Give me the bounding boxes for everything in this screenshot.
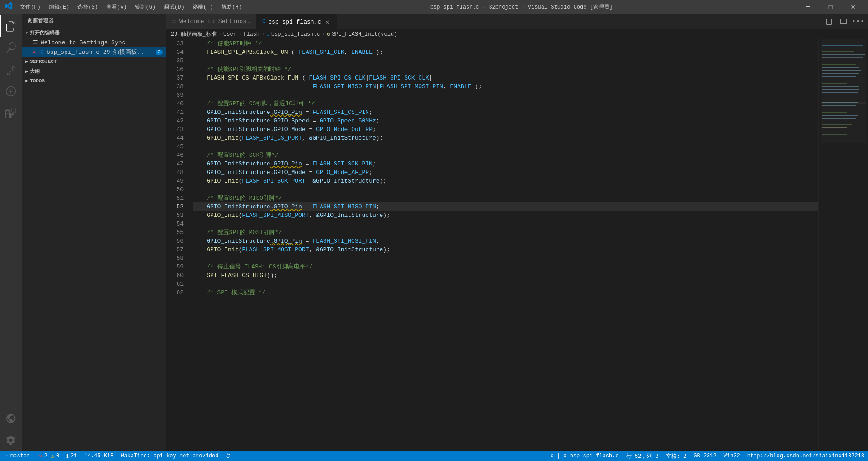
tab-welcome[interactable]: ☰ Welcome to Settings Sync xyxy=(166,14,257,29)
minimap[interactable] xyxy=(818,39,868,451)
menu-terminal[interactable]: 终端(T) xyxy=(189,2,217,12)
activity-debug[interactable] xyxy=(0,80,22,102)
encoding-label: GB 2312 xyxy=(693,453,716,459)
status-clock[interactable]: ⏱ xyxy=(222,451,235,461)
menu-file[interactable]: 文件(F) xyxy=(16,2,44,12)
status-git[interactable]: ⑂ master xyxy=(0,451,35,461)
breadcrumb-user[interactable]: User xyxy=(223,31,236,38)
split-editor-button[interactable] xyxy=(823,15,835,28)
minimize-button[interactable]: — xyxy=(797,0,818,14)
code-line-34[interactable]: FLASH_SPI_APBxClock_FUN ( FLASH_SPI_CLK,… xyxy=(193,48,818,56)
breadcrumb-file[interactable]: bsp_spi_flash.c xyxy=(271,31,320,38)
code-line-49[interactable]: GPIO_Init(FLASH_SPI_SCK_PORT, &GPIO_Init… xyxy=(193,177,818,185)
code-line-42[interactable]: GPIO_InitStructure.GPIO_Speed = GPIO_Spe… xyxy=(193,117,818,125)
warning-count: 0 xyxy=(56,453,59,459)
status-filesize[interactable]: 14.45 KiB xyxy=(81,451,118,461)
code-line-46[interactable]: /* 配置SPI的 SCK引脚*/ xyxy=(193,151,818,160)
outline-label: 大纲 xyxy=(30,68,40,75)
menu-debug[interactable]: 调试(D) xyxy=(160,2,188,12)
status-right: c | ≡ bsp_spi_flash.c 行 52，列 3 空格: 2 GB … xyxy=(547,451,868,461)
welcome-file-icon: ☰ xyxy=(33,39,38,46)
code-line-37[interactable]: FLASH_SPI_CS_APBxClock_FUN ( FLASH_SPI_C… xyxy=(193,74,818,82)
code-line-36[interactable]: /* 使能SPI引脚相关的时钟 */ xyxy=(193,65,818,74)
code-line-39[interactable] xyxy=(193,91,818,99)
activity-settings[interactable] xyxy=(0,429,22,451)
status-info[interactable]: ℹ 21 xyxy=(63,451,80,461)
svg-rect-32 xyxy=(821,39,866,143)
welcome-tab-icon: ☰ xyxy=(172,18,177,25)
status-encoding[interactable]: GB 2312 xyxy=(690,451,720,461)
menu-goto[interactable]: 转到(G) xyxy=(131,2,159,12)
activity-extensions[interactable] xyxy=(0,102,22,124)
code-line-61[interactable] xyxy=(193,280,818,288)
open-editors-header[interactable]: ▾ 打开的编辑器 xyxy=(22,28,166,38)
code-line-50[interactable] xyxy=(193,185,818,194)
activity-remote[interactable] xyxy=(0,408,22,429)
activity-source-control[interactable] xyxy=(0,59,22,80)
tab-bsp[interactable]: C bsp_spi_flash.c ✕ xyxy=(257,14,337,29)
maximize-button[interactable]: ❐ xyxy=(820,0,841,14)
code-line-62[interactable]: /* SPI 模式配置 */ xyxy=(193,288,818,297)
breadcrumb-function[interactable]: SPI_FLASH_Init(void) xyxy=(332,31,397,38)
activity-explorer[interactable] xyxy=(0,15,22,37)
breadcrumb-sep-3: › xyxy=(261,31,264,38)
code-line-57[interactable]: GPIO_Init(FLASH_SPI_MOSI_PORT, &GPIO_Ini… xyxy=(193,245,818,254)
code-line-41[interactable]: GPIO_InitStructure.GPIO_Pin = FLASH_SPI_… xyxy=(193,108,818,117)
status-language[interactable]: c | ≡ bsp_spi_flash.c xyxy=(547,451,622,461)
code-line-54[interactable] xyxy=(193,220,818,228)
code-line-52[interactable]: GPIO_InitStructure.GPIO_Pin = FLASH_SPI_… xyxy=(193,202,818,211)
status-errors[interactable]: ✕ 2 ⚠ 0 xyxy=(35,451,63,461)
status-wakatime[interactable]: WakaTime: api key not provided xyxy=(117,451,222,461)
window-title: bsp_spi_flash.c - 32project - Visual Stu… xyxy=(430,3,613,11)
menu-help[interactable]: 帮助(H) xyxy=(217,2,245,12)
code-content[interactable]: /* 使能SPI时钟 */ FLASH_SPI_APBxClock_FUN ( … xyxy=(189,39,818,451)
status-os[interactable]: Win32 xyxy=(720,451,744,461)
breadcrumb-flash[interactable]: flash xyxy=(243,31,259,38)
todos-section: ▶ TODOS xyxy=(22,76,166,85)
code-line-48[interactable]: GPIO_InitStructure.GPIO_Mode = GPIO_Mode… xyxy=(193,168,818,177)
menu-edit[interactable]: 编辑(E) xyxy=(45,2,73,12)
code-line-40[interactable]: /* 配置SPI的 CS引脚，普通IO即可 */ xyxy=(193,99,818,108)
file-error-icon: ✕ xyxy=(33,49,36,56)
breadcrumb: 29-触摸画板_标准 › User › flash › C bsp_spi_fl… xyxy=(166,29,868,39)
close-button[interactable]: ✕ xyxy=(843,0,863,14)
32project-label: 32PROJECT xyxy=(30,59,57,64)
code-line-55[interactable]: /* 配置SPI的 MOSI引脚*/ xyxy=(193,228,818,237)
sidebar-file-bsp[interactable]: ✕ C bsp_spi_flash.c 29-触摸画板... 2 xyxy=(22,47,166,57)
code-line-56[interactable]: GPIO_InitStructure.GPIO_Pin = FLASH_SPI_… xyxy=(193,237,818,245)
line-col: 行 52，列 3 xyxy=(626,452,659,460)
sidebar-title: 资源管理器 xyxy=(22,14,166,28)
code-line-47[interactable]: GPIO_InitStructure.GPIO_Pin = FLASH_SPI_… xyxy=(193,160,818,168)
code-line-51[interactable]: /* 配置SPI的 MISO引脚*/ xyxy=(193,194,818,202)
code-line-58[interactable] xyxy=(193,254,818,263)
code-line-35[interactable] xyxy=(193,56,818,65)
url-label: http://blog.csdn.net/siaixinx1137218 xyxy=(747,453,864,459)
code-line-60[interactable]: SPI_FLASH_CS_HIGH(); xyxy=(193,271,818,280)
breadcrumb-folder[interactable]: 29-触摸画板_标准 xyxy=(171,30,217,38)
menu-view[interactable]: 查看(V) xyxy=(103,2,131,12)
todos-header[interactable]: ▶ TODOS xyxy=(22,76,166,85)
main-layout: 资源管理器 ▾ 打开的编辑器 ☰ Welcome to Settings Syn… xyxy=(0,14,868,451)
toggle-panel-button[interactable] xyxy=(837,15,850,28)
welcome-file-label: Welcome to Settings Sync xyxy=(41,39,163,46)
outline-header[interactable]: ▶ 大纲 xyxy=(22,66,166,76)
code-line-43[interactable]: GPIO_InitStructure.GPIO_Mode = GPIO_Mode… xyxy=(193,125,818,134)
code-line-59[interactable]: /* 停止信号 FLASH: CS引脚高电平*/ xyxy=(193,263,818,271)
bsp-tab-close[interactable]: ✕ xyxy=(324,18,331,25)
code-line-53[interactable]: GPIO_Init(FLASH_SPI_MISO_PORT, &GPIO_Ini… xyxy=(193,211,818,220)
code-line-38[interactable]: FLASH_SPI_MISO_PIN|FLASH_SPI_MOSI_PIN, E… xyxy=(193,82,818,91)
activity-search[interactable] xyxy=(0,37,22,59)
32project-header[interactable]: ▶ 32PROJECT xyxy=(22,57,166,66)
status-spaces[interactable]: 空格: 2 xyxy=(662,451,690,461)
code-line-44[interactable]: GPIO_Init(FLASH_SPI_CS_PORT, &GPIO_InitS… xyxy=(193,134,818,142)
status-line[interactable]: 行 52，列 3 xyxy=(623,451,662,461)
c-file-icon: C xyxy=(40,49,44,56)
status-url[interactable]: http://blog.csdn.net/siaixinx1137218 xyxy=(744,451,868,461)
menu-select[interactable]: 选择(S) xyxy=(74,2,102,12)
code-line-33[interactable]: /* 使能SPI时钟 */ xyxy=(193,39,818,48)
line-numbers: 3334353637383940414243444546474849505152… xyxy=(166,39,189,451)
code-line-45[interactable] xyxy=(193,142,818,151)
filesize-value: 14.45 KiB xyxy=(85,453,114,459)
sidebar-file-welcome[interactable]: ☰ Welcome to Settings Sync xyxy=(22,38,166,47)
more-actions-button[interactable]: ••• xyxy=(852,15,864,28)
